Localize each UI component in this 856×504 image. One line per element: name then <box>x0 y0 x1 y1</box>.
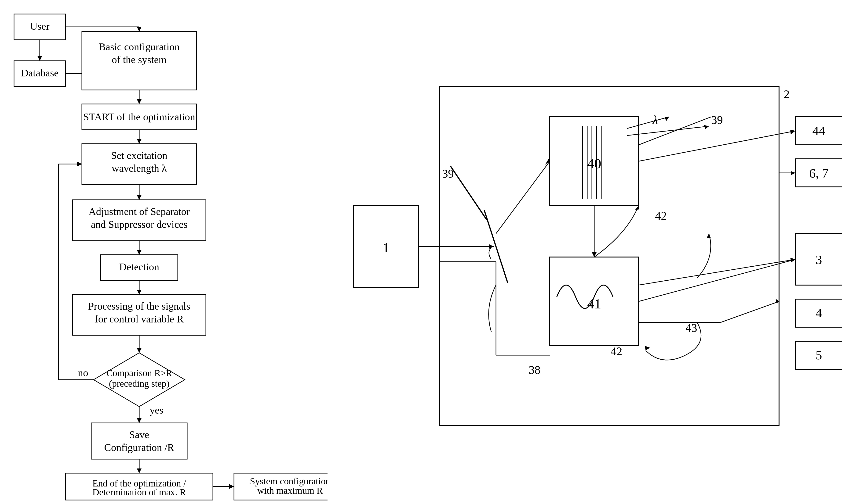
svg-marker-5 <box>37 56 42 61</box>
svg-text:42: 42 <box>611 345 622 358</box>
svg-text:3: 3 <box>816 253 822 267</box>
svg-rect-60 <box>234 473 327 500</box>
svg-text:START of the optimization: START of the optimization <box>83 111 195 123</box>
svg-rect-30 <box>101 255 178 281</box>
svg-marker-33 <box>137 290 141 294</box>
svg-text:Basic configuration: Basic configuration <box>99 41 180 53</box>
svg-marker-15 <box>137 99 141 104</box>
svg-rect-55 <box>66 473 213 500</box>
svg-text:Processing of the signals: Processing of the signals <box>88 301 190 312</box>
svg-rect-2 <box>14 61 66 87</box>
svg-rect-8 <box>82 32 196 90</box>
svg-text:43: 43 <box>685 321 697 335</box>
svg-rect-0 <box>14 14 66 40</box>
svg-marker-38 <box>137 348 141 353</box>
svg-rect-34 <box>72 294 206 335</box>
flowchart-svg: User Database Basic configuration of the… <box>0 0 327 504</box>
svg-marker-39 <box>93 353 185 407</box>
svg-text:5: 5 <box>816 348 822 362</box>
svg-text:Adjustment of Separator: Adjustment of Separator <box>89 206 190 217</box>
svg-text:1: 1 <box>382 240 390 255</box>
svg-marker-49 <box>137 418 141 423</box>
svg-marker-24 <box>137 195 141 200</box>
svg-text:wavelength λ: wavelength λ <box>112 163 167 174</box>
svg-marker-19 <box>137 139 141 144</box>
svg-marker-29 <box>137 250 141 255</box>
svg-text:39: 39 <box>711 113 723 126</box>
page: User Database Basic configuration of the… <box>0 0 856 504</box>
svg-text:Comparison R>R: Comparison R>R <box>106 368 172 378</box>
svg-text:Set excitation: Set excitation <box>111 150 168 161</box>
svg-text:Detection: Detection <box>119 261 159 273</box>
svg-text:38: 38 <box>529 363 541 376</box>
svg-rect-25 <box>72 200 206 241</box>
svg-text:Database: Database <box>21 67 58 79</box>
svg-text:User: User <box>30 21 49 32</box>
svg-marker-118 <box>791 171 795 175</box>
svg-marker-59 <box>229 484 234 489</box>
svg-text:no: no <box>78 367 88 379</box>
svg-text:6, 7: 6, 7 <box>809 166 828 180</box>
svg-text:with maximum R: with maximum R <box>257 485 323 496</box>
svg-text:for control variable R: for control variable R <box>95 313 184 325</box>
svg-text:of the system: of the system <box>112 54 167 66</box>
svg-text:(preceding step): (preceding step) <box>109 378 170 389</box>
svg-rect-16 <box>82 104 196 130</box>
svg-rect-20 <box>82 144 196 185</box>
svg-marker-54 <box>137 468 141 473</box>
svg-marker-94 <box>790 130 795 134</box>
svg-rect-50 <box>91 423 187 459</box>
svg-text:System configuration: System configuration <box>250 476 327 486</box>
svg-marker-7 <box>101 71 105 76</box>
svg-text:yes: yes <box>150 404 164 416</box>
svg-marker-46 <box>77 162 82 166</box>
svg-text:End of the optimization /: End of the optimization / <box>92 478 186 489</box>
svg-text:40: 40 <box>587 156 601 171</box>
svg-text:2: 2 <box>784 88 790 101</box>
svg-text:Save: Save <box>129 429 149 440</box>
svg-text:4: 4 <box>816 306 822 320</box>
svg-text:Determination of max. R: Determination of max. R <box>92 487 186 498</box>
svg-text:41: 41 <box>587 296 601 311</box>
svg-marker-13 <box>137 27 141 32</box>
svg-text:44: 44 <box>812 124 825 138</box>
diagram-svg: 2 1 40 41 44 6, 7 3 4 5 λ 39 39 42 42 43… <box>346 75 842 491</box>
svg-text:and Suppressor devices: and Suppressor devices <box>91 219 187 230</box>
svg-text:42: 42 <box>655 209 667 222</box>
svg-text:Configuration /R: Configuration /R <box>104 442 174 453</box>
